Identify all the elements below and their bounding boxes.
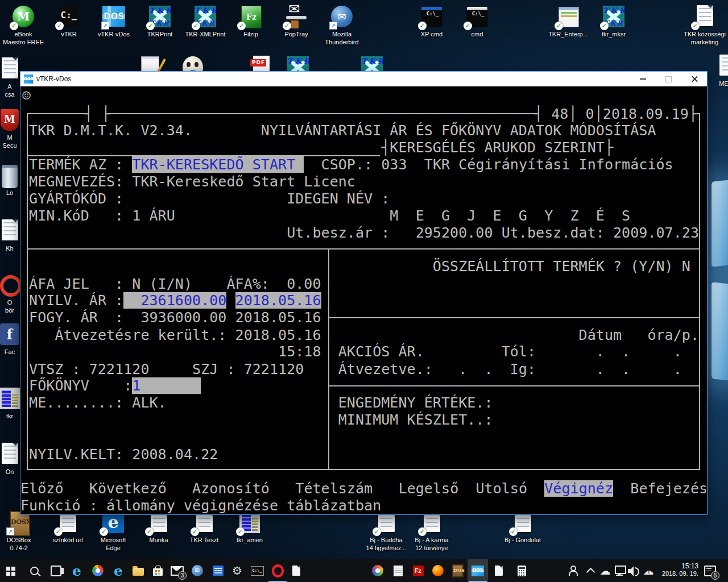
document2-taskbar-icon[interactable] xyxy=(489,559,509,582)
store-taskbar-icon[interactable] xyxy=(147,559,168,582)
task-view-button[interactable] xyxy=(46,559,66,582)
vat-row: ÁFA JEL : N (I/N) ÁFA%: 0.00 xyxy=(20,276,321,292)
dos-box-border xyxy=(27,469,700,470)
action-center-icon[interactable]: 5 xyxy=(700,559,720,582)
desktop-icon-munka[interactable]: ✓Munka xyxy=(136,510,181,544)
desktop-icons-left-clipped: A csaMM SecuLoKhO börfFactkrÖn xyxy=(0,0,20,559)
facebook-icon: f xyxy=(0,323,19,345)
desktop-icon-poptray[interactable]: ✉✓PopTray xyxy=(274,5,318,38)
vdos-taskbar-icon[interactable]: DOS xyxy=(468,559,488,582)
sync-check-icon: ✓ xyxy=(55,22,64,30)
desktop-icon-peek-meta[interactable]: META xyxy=(705,54,728,88)
desktop-icon-lo[interactable]: Lo xyxy=(0,163,20,197)
vdos-dos-icon: DOS xyxy=(24,74,33,84)
search-mode-row: ┤KERESGÉLÉS ARUKOD SZERINT├ xyxy=(20,139,613,156)
sync-check-icon: ✓ xyxy=(600,22,609,30)
desktop-icon-o-bor[interactable]: O bör xyxy=(0,273,20,314)
search-button[interactable] xyxy=(24,559,44,582)
paint-taskbar-icon[interactable] xyxy=(367,559,388,582)
menu-item-utolso[interactable]: Utolsó xyxy=(475,480,527,497)
mail-taskbar-icon[interactable]: 3 xyxy=(167,559,187,582)
security-shield-icon: M xyxy=(1,109,19,131)
document-icon xyxy=(2,219,18,240)
browser-e-icon: e xyxy=(114,564,123,578)
desktop-icon-bj-buddha[interactable]: ✓Bj - Buddha 14 figyelmez... xyxy=(364,510,408,552)
menu-item-befejezes[interactable]: Befejezés xyxy=(630,480,707,497)
desktop-icon-tkr-enterp[interactable]: ✓TKR_Enterp... xyxy=(546,5,590,38)
desktop-icon-dosbox[interactable]: DOSX➚DOSBox 0.74-2 xyxy=(0,510,41,552)
desktop-icon-thunderbird[interactable]: ✉➚Mozilla Thunderbird xyxy=(320,5,364,46)
desktop-icon-filzip[interactable]: Fz✓Filzip xyxy=(229,5,273,38)
settings-taskbar-icon[interactable]: ⚙ xyxy=(227,559,247,582)
upload-tray-icon[interactable]: ☁↑ xyxy=(638,559,659,582)
desktop-icon-a-csa[interactable]: A csa xyxy=(0,57,20,98)
gear-icon: ⚙ xyxy=(232,565,242,576)
desktop-icon-tkrprint[interactable]: TKRTKR✓TKRPrint xyxy=(138,5,182,38)
desktop-icon-kh[interactable]: Kh xyxy=(0,219,20,252)
desktop-icon-tkr-kozossegi[interactable]: ✓TKR közösségi marketing xyxy=(682,5,727,46)
start-button[interactable] xyxy=(0,559,20,582)
notepad-taskbar-icon[interactable] xyxy=(388,559,408,582)
console-icon: C:\_ xyxy=(251,566,264,576)
minimize-button[interactable] xyxy=(630,72,656,86)
min-code-row: MIN.KóD : 1 ÁRU M E G J E G Y Z É S xyxy=(20,207,630,224)
desktop-icon-on[interactable]: Ön xyxy=(0,442,20,476)
icon-label: TKR-XMLPrint xyxy=(183,30,228,38)
chrome-taskbar-icon[interactable] xyxy=(88,559,108,582)
document-taskbar-icon[interactable] xyxy=(286,559,307,582)
desktop-icon-tkr-teszt[interactable]: ✓TKR Teszt xyxy=(182,510,226,544)
icon-label: színkód url xyxy=(46,536,90,544)
desktop-icon-tkr-mksr[interactable]: TKRTKR✓tkr_mksr xyxy=(592,5,636,38)
cmd-taskbar-icon[interactable]: C:\_ xyxy=(247,559,267,582)
close-button[interactable] xyxy=(681,72,707,86)
desktop-icon-szinkod-url[interactable]: ✓színkód url xyxy=(46,510,90,544)
filezilla-taskbar-icon[interactable]: Fz xyxy=(408,559,428,582)
shortcut-arrow-icon: ➚ xyxy=(101,22,109,30)
blue-app-icon xyxy=(213,566,224,576)
dos-box-border xyxy=(328,248,329,470)
desktop-icon-m-secu[interactable]: MM Secu xyxy=(0,108,20,149)
window-titlebar[interactable]: DOS vTKR-vDos xyxy=(20,72,707,86)
desktop-icon-tkr-left[interactable]: tkr xyxy=(0,386,20,420)
desktop-icon-vtkr[interactable]: C:_✓vTKR xyxy=(47,5,91,38)
ie-taskbar-icon[interactable]: e xyxy=(108,559,129,582)
icon-label: Bj - Gondolat xyxy=(500,536,545,544)
sync-check-icon: ✓ xyxy=(464,22,472,30)
desktop-icon-tkr-xmlprint[interactable]: TKRTKR✓TKR-XMLPrint xyxy=(183,5,228,38)
desktop-icon-bj-karma[interactable]: ✓Bj - A karma 12 törvénye xyxy=(410,510,454,552)
icon-label: TKR Teszt xyxy=(182,536,226,544)
thunderbird-taskbar-icon[interactable]: ✉ xyxy=(187,559,208,582)
browser-e-icon: e xyxy=(72,564,81,578)
file-explorer-taskbar-icon[interactable] xyxy=(128,559,148,582)
desktop-icon-vtkr-vdos[interactable]: DOS➚vTKR-vDos xyxy=(92,5,136,38)
menu-item-vegignez[interactable]: Végignéz xyxy=(544,480,613,497)
menu-item-tetelszam[interactable]: Tételszám xyxy=(295,480,373,497)
desktop-icon-bj-gondolat[interactable]: ✓Bj - Gondolat xyxy=(500,510,545,544)
icon-label: cmd xyxy=(455,30,499,38)
maximize-button[interactable] xyxy=(656,72,681,86)
calculator-taskbar-icon[interactable] xyxy=(511,559,532,582)
menu-item-azonosito[interactable]: Azonosító xyxy=(192,480,270,497)
menu-item-kovetkezo[interactable]: Következő xyxy=(89,480,167,497)
dosbox-taskbar-icon[interactable]: DOS xyxy=(448,559,468,582)
chevron-up-icon xyxy=(586,567,595,576)
opera-taskbar-icon[interactable] xyxy=(267,559,288,582)
desktop-icon-fac[interactable]: fFac xyxy=(0,322,20,356)
desktop-icon-cmd[interactable]: C:\_✓cmd xyxy=(455,5,499,38)
desktop-icon-xp-cmd[interactable]: C:\_✓XP cmd xyxy=(410,5,454,38)
sync-check-icon: ✓ xyxy=(691,22,700,30)
sync-check-icon: ✓ xyxy=(146,22,155,30)
shortcut-arrow-icon: ➚ xyxy=(6,527,14,535)
opera-icon xyxy=(0,275,20,297)
icon-label: PopTray xyxy=(274,30,318,38)
app-taskbar-icon[interactable] xyxy=(208,559,228,582)
desktop-icon-edge[interactable]: e✓Microsoft Edge xyxy=(91,510,135,552)
icon-label: Filzip xyxy=(229,30,273,38)
edge-taskbar-icon[interactable]: e xyxy=(67,559,87,582)
desktop: { "window": { "title": "vTKR-vDos", "ico… xyxy=(0,0,728,582)
desktop-icon-tkr-amen[interactable]: ✓tkr_amen xyxy=(228,510,272,544)
firefox-icon xyxy=(432,565,444,576)
firefox-taskbar-icon[interactable] xyxy=(428,559,448,582)
menu-item-legelso[interactable]: Legelső xyxy=(399,480,459,497)
menu-item-elozo[interactable]: Előző xyxy=(20,480,64,497)
